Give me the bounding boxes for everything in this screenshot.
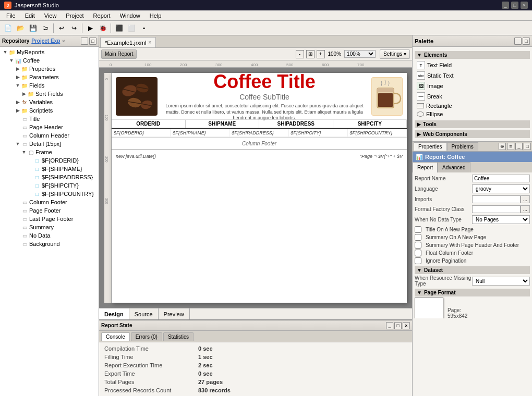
tree-item-page-footer[interactable]: ▶ ▭ Page Footer bbox=[1, 206, 98, 215]
tree-toggle[interactable]: ▶ bbox=[15, 66, 21, 72]
tab-statistics[interactable]: Statistics bbox=[163, 332, 194, 341]
tree-item-shipcity[interactable]: ▶ □ $F{SHIPCITY} bbox=[1, 181, 98, 190]
tree-item-orderid[interactable]: ▶ □ $F{ORDERID} bbox=[1, 156, 98, 165]
tree-item-detail[interactable]: ▼ ▭ Detail [15px] bbox=[1, 140, 98, 148]
tab-problems[interactable]: Problems bbox=[447, 142, 478, 151]
tree-item-scriptlets[interactable]: ▶ 📁 Scriptlets bbox=[1, 106, 98, 115]
tree-item-sort-fields[interactable]: ▶ 📁 Sort Fields bbox=[1, 90, 98, 98]
palette-static-text[interactable]: abc Static Text bbox=[415, 70, 530, 81]
main-report-btn[interactable]: Main Report bbox=[101, 49, 137, 59]
summary-new-page-checkbox[interactable] bbox=[415, 234, 421, 241]
tree-item-myreports[interactable]: ▼ 📁 MyReports bbox=[1, 48, 98, 56]
tab-close-icon[interactable]: × bbox=[62, 39, 65, 44]
settings-btn[interactable]: Settings ▾ bbox=[380, 49, 410, 59]
imports-btn[interactable]: ... bbox=[521, 195, 530, 203]
zoom-fit-btn[interactable]: ⊞ bbox=[306, 50, 315, 58]
when-no-data-select[interactable]: No Pages Blank Page bbox=[472, 215, 530, 224]
redo-btn[interactable]: ↪ bbox=[68, 22, 80, 34]
new-btn[interactable]: 📄 bbox=[2, 22, 14, 34]
resource-missing-select[interactable]: Null Empty bbox=[472, 277, 530, 286]
align-left-btn[interactable]: ⬛ bbox=[113, 22, 125, 34]
tab-close-btn[interactable]: × bbox=[148, 40, 151, 45]
maximize-panel-btn[interactable]: □ bbox=[89, 38, 96, 45]
report-name-input[interactable] bbox=[472, 175, 530, 182]
maximize-bottom-btn[interactable]: □ bbox=[394, 322, 402, 329]
tools-section-title[interactable]: ▶ Tools bbox=[415, 120, 530, 128]
editor-tab-example[interactable]: *Example1.jrxml × bbox=[100, 37, 156, 47]
align-center-btn[interactable]: ⬜ bbox=[126, 22, 137, 34]
debug-btn[interactable]: 🐞 bbox=[97, 22, 108, 34]
ignore-pagination-checkbox[interactable] bbox=[415, 257, 421, 264]
tree-item-fields[interactable]: ▼ 📁 Fields bbox=[1, 81, 98, 90]
tab-preview[interactable]: Preview bbox=[159, 308, 190, 319]
close-btn[interactable]: × bbox=[521, 2, 528, 9]
minimize-btn[interactable]: _ bbox=[502, 2, 509, 9]
palette-maximize-btn[interactable]: □ bbox=[523, 38, 530, 45]
tree-toggle[interactable]: ▼ bbox=[8, 57, 15, 64]
save-all-btn[interactable]: 🗂 bbox=[40, 22, 51, 34]
tree-item-page-header[interactable]: ▶ ▭ Page Header bbox=[1, 123, 98, 131]
zoom-out-btn[interactable]: - bbox=[296, 50, 304, 58]
repository-tab[interactable]: Repository bbox=[2, 38, 29, 44]
palette-text-field[interactable]: T Text Field bbox=[415, 60, 530, 70]
tree-toggle[interactable]: ▼ bbox=[2, 49, 8, 55]
tree-toggle[interactable]: ▼ bbox=[15, 141, 21, 147]
tab-properties[interactable]: Properties bbox=[414, 142, 447, 151]
tree-toggle[interactable]: ▼ bbox=[15, 82, 21, 89]
float-column-footer-checkbox[interactable] bbox=[415, 250, 421, 256]
undo-btn[interactable]: ↩ bbox=[56, 22, 67, 34]
palette-rectangle[interactable]: Rectangle bbox=[415, 102, 530, 110]
zoom-in-btn[interactable]: + bbox=[317, 50, 325, 58]
tab-report[interactable]: Report bbox=[413, 162, 438, 172]
project-exp-tab[interactable]: Project Exp bbox=[31, 38, 60, 44]
tree-toggle[interactable]: ▼ bbox=[21, 149, 27, 155]
menu-edit[interactable]: Edit bbox=[21, 11, 39, 20]
language-select[interactable]: groovy java bbox=[472, 184, 530, 193]
tree-item-last-page-footer[interactable]: ▶ ▭ Last Page Footer bbox=[1, 215, 98, 223]
tree-item-shipaddress[interactable]: ▶ □ $F{SHIPADDRESS} bbox=[1, 173, 98, 181]
props-icon1[interactable]: ⊕ bbox=[499, 143, 506, 150]
format-factory-btn[interactable]: ... bbox=[521, 205, 530, 213]
close-bottom-btn[interactable]: × bbox=[403, 322, 410, 329]
tab-design[interactable]: Design bbox=[99, 308, 129, 319]
palette-minimize-btn[interactable]: _ bbox=[514, 38, 522, 45]
tree-item-no-data[interactable]: ▶ ▭ No Data bbox=[1, 231, 98, 240]
web-components-section-title[interactable]: ▶ Web Components bbox=[415, 130, 530, 138]
menu-window[interactable]: Window bbox=[116, 11, 144, 20]
menu-view[interactable]: View bbox=[40, 11, 61, 20]
tree-toggle[interactable]: ▶ bbox=[21, 91, 27, 97]
palette-break[interactable]: — Break bbox=[415, 91, 530, 102]
tree-item-variables[interactable]: ▶ fx Variables bbox=[1, 98, 98, 106]
canvas-container[interactable]: 0 100 200 300 bbox=[99, 68, 412, 308]
tree-item-summary[interactable]: ▶ ▭ Summary bbox=[1, 223, 98, 231]
tree-item-background[interactable]: ▶ ▭ Background bbox=[1, 240, 98, 248]
menu-file[interactable]: File bbox=[2, 11, 20, 20]
menu-project[interactable]: Project bbox=[62, 11, 88, 20]
tab-source[interactable]: Source bbox=[129, 308, 159, 319]
tab-advanced[interactable]: Advanced bbox=[438, 162, 470, 172]
palette-image[interactable]: 🖼 Image bbox=[415, 81, 530, 91]
tree-item-properties[interactable]: ▶ 📁 Properties bbox=[1, 65, 98, 73]
run-btn[interactable]: ▶ bbox=[84, 22, 96, 34]
menu-help[interactable]: Help bbox=[146, 11, 166, 20]
elements-section-title[interactable]: ▼ Elements bbox=[415, 51, 530, 59]
summary-with-page-checkbox[interactable] bbox=[415, 242, 421, 249]
tree-item-column-header[interactable]: ▶ ▭ Column Header bbox=[1, 131, 98, 140]
format-factory-input[interactable] bbox=[472, 205, 521, 213]
minimize-panel-btn[interactable]: _ bbox=[81, 38, 88, 45]
maximize-btn[interactable]: □ bbox=[511, 2, 518, 9]
tree-toggle[interactable]: ▶ bbox=[15, 99, 21, 105]
tree-toggle[interactable]: ▶ bbox=[15, 107, 21, 114]
title-new-page-checkbox[interactable] bbox=[415, 226, 421, 233]
props-icon2[interactable]: ≡ bbox=[507, 143, 514, 150]
props-minimize-btn[interactable]: _ bbox=[515, 143, 523, 150]
tree-item-title[interactable]: ▶ ▭ Title bbox=[1, 115, 98, 123]
save-btn[interactable]: 💾 bbox=[27, 22, 39, 34]
tab-console[interactable]: Console bbox=[101, 332, 130, 341]
tree-item-coffee[interactable]: ▼ 📊 Coffee bbox=[1, 56, 98, 65]
tree-toggle[interactable]: ▶ bbox=[15, 74, 21, 80]
tree-item-column-footer[interactable]: ▶ ▭ Column Footer bbox=[1, 198, 98, 206]
tab-errors[interactable]: Errors (0) bbox=[131, 332, 162, 341]
imports-input[interactable] bbox=[472, 195, 521, 203]
align-right-btn[interactable]: ▪ bbox=[138, 22, 150, 34]
